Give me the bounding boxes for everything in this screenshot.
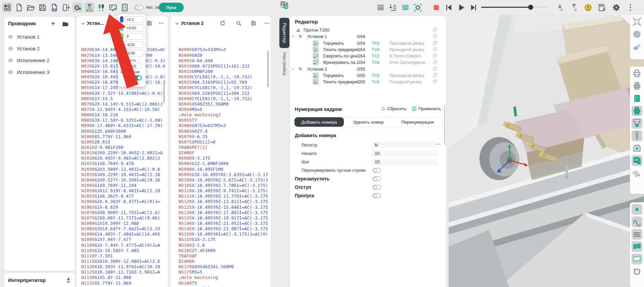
auto-run-toggle[interactable] xyxy=(134,5,143,10)
chevron-down-icon[interactable] xyxy=(175,21,180,26)
menu-dots-icon[interactable] xyxy=(625,2,635,12)
tolerance-input[interactable]: +0.01 xyxy=(125,25,144,31)
control-panel-icon[interactable] xyxy=(108,2,118,12)
download-warn-icon[interactable] xyxy=(555,2,565,12)
dot-icon[interactable] xyxy=(632,204,642,215)
tolerance-input[interactable]: -0.05 xyxy=(125,50,144,56)
numbering-tab[interactable]: Добавить номера xyxy=(294,117,344,127)
form-toggle[interactable] xyxy=(373,168,381,173)
more-options-icon[interactable]: ⋯ xyxy=(436,141,441,147)
numbering-tab[interactable]: Перенумерация xyxy=(393,117,442,127)
precision-input[interactable]: 0.01 xyxy=(125,63,141,69)
simulation-speed-slider[interactable] xyxy=(481,7,547,8)
eye-icon[interactable] xyxy=(7,69,14,75)
play-icon[interactable] xyxy=(456,2,466,12)
explorer-item[interactable]: Установ 1 xyxy=(4,31,75,43)
reset-button[interactable]: Сбросить xyxy=(381,106,407,111)
tolerance-input[interactable]: -0.01 xyxy=(125,41,144,48)
explorer-item[interactable]: Исполнение 3 xyxy=(4,66,75,78)
tree-row[interactable]: Фрезеровать па... G54 T#4 2mm Цилиндриче… xyxy=(290,59,442,66)
tree-row[interactable]: Протон Т250 xyxy=(290,27,442,33)
lines-top-icon[interactable] xyxy=(375,2,385,12)
tab-editor[interactable]: Редактор xyxy=(279,18,289,48)
tree-row[interactable]: Установ 1 G54 xyxy=(290,33,442,40)
upload-warn-icon[interactable] xyxy=(569,2,579,12)
duplicate-icon[interactable] xyxy=(432,53,438,58)
interpreter-bar[interactable]: Интерпретатор xyxy=(4,273,75,287)
tolerance-input[interactable]: 0 xyxy=(125,33,144,40)
skip-back-icon[interactable] xyxy=(444,2,454,12)
lines-teal-icon[interactable] xyxy=(400,2,410,12)
file-n1-icon[interactable] xyxy=(49,2,59,12)
flag-teal-icon[interactable] xyxy=(632,241,642,252)
fit-view-icon[interactable] xyxy=(632,16,642,27)
part-outline-icon[interactable] xyxy=(632,68,642,79)
more-menu-icon[interactable] xyxy=(158,20,164,26)
form-input[interactable]: N xyxy=(372,141,438,149)
duplicate-icon[interactable] xyxy=(432,34,438,39)
tree-row[interactable]: Торцевать G54 T#3 Проходной резец xyxy=(290,40,442,46)
tree-row[interactable]: Торцевать G55 T#3 Проходной резец xyxy=(290,72,442,79)
file-new-icon[interactable] xyxy=(14,2,24,12)
shaded-sphere-icon[interactable] xyxy=(632,29,642,40)
tree-row[interactable]: Сверлить по цен... G54 T#2 9.75mm Сверло xyxy=(290,53,442,59)
flag-half-icon[interactable] xyxy=(632,254,642,264)
duplicate-icon[interactable] xyxy=(432,66,438,71)
form-toggle[interactable] xyxy=(373,193,381,198)
folder-open-icon[interactable] xyxy=(26,2,36,12)
curve-icon[interactable] xyxy=(632,216,642,227)
chevron-down-icon[interactable] xyxy=(291,67,295,71)
tree-row[interactable]: Установ 2 G55 xyxy=(290,66,442,72)
lines-indent-icon[interactable] xyxy=(388,2,398,12)
chevron-down-icon[interactable] xyxy=(81,21,86,26)
tolerance-input[interactable]: +0.1 xyxy=(125,16,144,23)
waves-icon[interactable] xyxy=(632,229,642,240)
save-icon[interactable] xyxy=(146,20,152,26)
part-gray-icon[interactable] xyxy=(632,81,642,91)
cylinder-teal-icon[interactable] xyxy=(632,93,642,104)
collapse-down-icon[interactable] xyxy=(65,277,72,283)
machine-head-icon[interactable] xyxy=(632,155,642,166)
duplicate-icon[interactable] xyxy=(432,59,438,65)
gear-frame-icon[interactable] xyxy=(413,2,423,12)
save-run-icon[interactable] xyxy=(597,2,607,12)
apply-button[interactable]: Применить xyxy=(412,106,441,111)
refresh-icon[interactable] xyxy=(220,20,226,26)
editor2-scrollbar[interactable] xyxy=(267,50,269,87)
duplicate-icon[interactable] xyxy=(432,27,438,32)
machine-3d-viewport[interactable] xyxy=(449,15,644,287)
drill-bit-icon[interactable] xyxy=(632,130,642,141)
chevron-down-icon[interactable] xyxy=(291,35,295,39)
run-button[interactable]: Пуск xyxy=(159,3,184,12)
part-step-icon[interactable] xyxy=(632,118,642,129)
heatmap-stack-icon[interactable] xyxy=(84,2,94,12)
import-panel-icon[interactable] xyxy=(61,2,71,12)
search-icon[interactable] xyxy=(236,20,242,26)
part-teal-icon[interactable] xyxy=(632,106,642,116)
editor1-scrollbar[interactable] xyxy=(163,83,165,103)
duplicate-icon[interactable] xyxy=(432,47,438,52)
skip-forward-icon[interactable] xyxy=(468,2,478,12)
eye-icon[interactable] xyxy=(7,57,14,64)
tools-icon[interactable] xyxy=(96,2,106,12)
duplicate-icon[interactable] xyxy=(432,73,438,78)
tree-row[interactable]: Точить предвари... G54 T#3 Проходной рез… xyxy=(290,46,442,53)
gear-icon[interactable] xyxy=(611,2,621,12)
program-list-icon[interactable] xyxy=(120,2,130,12)
toolpath-hatch-icon[interactable] xyxy=(632,168,642,178)
panel-scrollbar[interactable] xyxy=(444,105,445,145)
machine-door-icon[interactable] xyxy=(632,143,642,154)
more-menu-icon[interactable] xyxy=(264,20,270,26)
eye-icon[interactable] xyxy=(7,45,14,52)
explorer-item[interactable]: Установ 2 xyxy=(4,43,75,54)
flag-dot-icon[interactable] xyxy=(632,266,642,277)
measure-toggle[interactable] xyxy=(133,75,142,80)
numbering-tab[interactable]: Удалить номер xyxy=(344,117,393,127)
warning-icon[interactable] xyxy=(583,2,593,12)
save-icon[interactable] xyxy=(37,2,47,12)
save-icon[interactable] xyxy=(250,20,257,26)
g-code-icon[interactable] xyxy=(73,2,83,12)
eye-icon[interactable] xyxy=(7,34,14,40)
folder-icon[interactable] xyxy=(61,19,70,28)
form-input[interactable]: 10 xyxy=(372,158,438,165)
